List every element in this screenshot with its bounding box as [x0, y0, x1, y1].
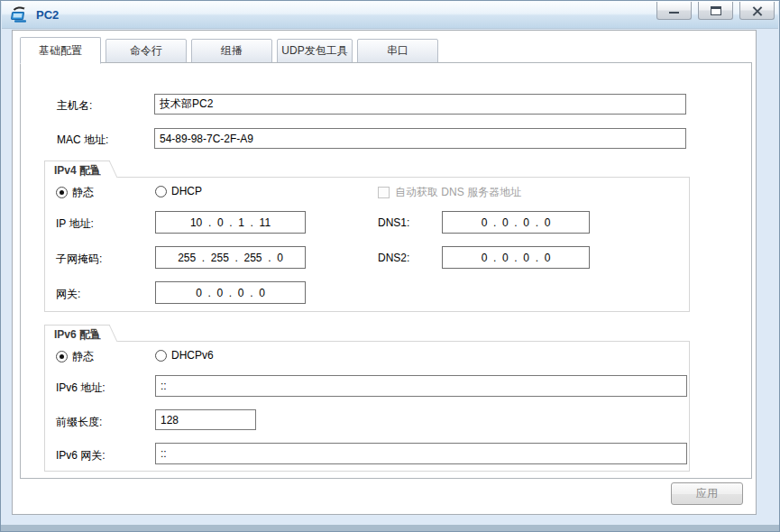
- tab-multicast[interactable]: 组播: [191, 39, 272, 63]
- apply-button[interactable]: 应用: [671, 482, 743, 505]
- title-group: PC2: [11, 6, 59, 23]
- ipv6-static-label: 静态: [72, 349, 94, 364]
- radio-icon: [155, 186, 167, 197]
- subnet-mask-label: 子网掩码:: [56, 252, 102, 267]
- prefix-length-input[interactable]: [155, 409, 256, 430]
- minimize-icon: [669, 11, 679, 14]
- main-panel: 基础配置 命令行 组播 UDP发包工具 串口 主机名: MAC 地址: IPv4…: [12, 30, 757, 515]
- hostname-label: 主机名:: [57, 98, 92, 114]
- ipv6-address-input[interactable]: [155, 375, 687, 397]
- radio-icon: [56, 351, 68, 362]
- title-bar[interactable]: PC2: [2, 2, 778, 29]
- radio-icon: [56, 187, 68, 198]
- prefix-length-label: 前缀长度:: [56, 415, 102, 430]
- ipv6-gateway-input[interactable]: [155, 443, 687, 464]
- ipv4-group-title: IPv4 配置: [44, 161, 106, 178]
- close-button[interactable]: [739, 2, 775, 20]
- window-controls: [656, 2, 775, 20]
- pc-config-window: PC2 基础配置 命令行 组播 UDP发包工具 串口 主机名: MAC 地址:: [0, 0, 780, 532]
- ipv4-dhcp-radio[interactable]: DHCP: [155, 185, 202, 197]
- gateway-input[interactable]: [155, 281, 306, 304]
- ip-address-input[interactable]: [155, 211, 306, 234]
- ipv6-group: IPv6 配置 静态 DHCPv6 IPv6 地址: 前缀长度: IPv6 网关…: [44, 341, 690, 472]
- hostname-input[interactable]: [154, 94, 686, 115]
- dns-auto-checkbox[interactable]: 自动获取 DNS 服务器地址: [378, 185, 521, 200]
- ipv4-dhcp-label: DHCP: [171, 185, 202, 197]
- pc-icon: [11, 6, 30, 23]
- window-title: PC2: [36, 8, 59, 22]
- ipv6-dhcpv6-label: DHCPv6: [171, 349, 214, 362]
- radio-icon: [155, 350, 167, 362]
- tab-serial[interactable]: 串口: [357, 39, 438, 63]
- maximize-icon: [711, 6, 721, 15]
- ip-address-label: IP 地址:: [56, 216, 94, 232]
- ipv6-dhcpv6-radio[interactable]: DHCPv6: [155, 349, 214, 362]
- tab-command-line[interactable]: 命令行: [106, 39, 187, 63]
- subnet-mask-input[interactable]: [155, 246, 306, 269]
- dns2-input[interactable]: [442, 246, 590, 269]
- tab-basic-config[interactable]: 基础配置: [20, 37, 101, 64]
- ipv4-static-radio[interactable]: 静态: [56, 185, 94, 200]
- ipv4-static-label: 静态: [72, 185, 94, 200]
- tab-udp-tool[interactable]: UDP发包工具: [277, 39, 353, 63]
- dns1-input[interactable]: [442, 211, 590, 234]
- ipv6-gateway-label: IPv6 网关:: [56, 448, 106, 463]
- minimize-button[interactable]: [656, 2, 692, 20]
- ipv4-group: IPv4 配置 静态 DHCP 自动获取 DNS 服务器地址 IP 地址: DN…: [44, 177, 690, 312]
- checkbox-icon: [378, 187, 390, 198]
- mac-label: MAC 地址:: [57, 133, 108, 148]
- maximize-button[interactable]: [698, 2, 733, 20]
- basic-config-pane: 主机名: MAC 地址: IPv4 配置 静态 DHCP 自动获取 DNS 服务: [20, 62, 752, 479]
- dns1-label: DNS1:: [378, 216, 409, 229]
- ipv6-group-title: IPv6 配置: [44, 325, 106, 342]
- mac-input[interactable]: [154, 128, 686, 149]
- close-icon: [752, 5, 763, 16]
- dns2-label: DNS2:: [378, 252, 409, 264]
- ipv6-static-radio[interactable]: 静态: [56, 349, 94, 364]
- dns-auto-label: 自动获取 DNS 服务器地址: [395, 185, 521, 200]
- ipv6-address-label: IPv6 地址:: [56, 381, 106, 396]
- gateway-label: 网关:: [56, 287, 80, 302]
